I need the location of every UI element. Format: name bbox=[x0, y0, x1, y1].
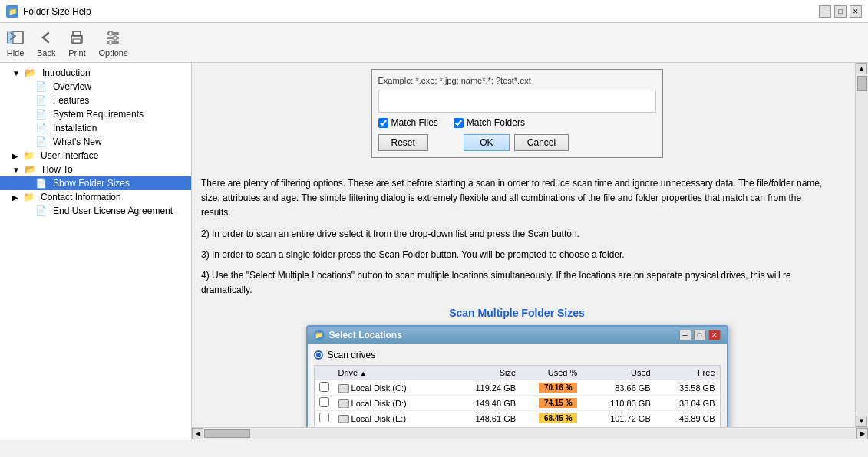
title-bar: 📁 Folder Size Help ─ □ ✕ bbox=[0, 0, 868, 23]
folder-icon: 📁 bbox=[23, 150, 35, 161]
sidebar-item-system-req[interactable]: 📄System Requirements bbox=[0, 107, 191, 121]
drive-free-cell: 46.89 GB bbox=[655, 411, 720, 426]
sidebar-item-introduction[interactable]: ▼📂Introduction bbox=[0, 66, 191, 80]
scroll-thumb[interactable] bbox=[857, 76, 867, 91]
select-locations-dialog: 📁 Select Locations ─ □ ✕ bbox=[306, 325, 728, 427]
scan-drives-label: Scan drives bbox=[328, 350, 376, 360]
dialog-controls[interactable]: ─ □ ✕ bbox=[679, 330, 721, 340]
col-used[interactable]: Used bbox=[582, 366, 655, 380]
horiz-scroll-thumb[interactable] bbox=[204, 429, 250, 438]
sidebar-item-label: End User License Agreement bbox=[53, 205, 173, 216]
drive-used-pct-cell: 74.15 % bbox=[520, 396, 582, 411]
drive-used-cell: 110.83 GB bbox=[582, 396, 655, 411]
sidebar-item-user-interface[interactable]: ▶📁User Interface bbox=[0, 149, 191, 163]
horiz-scroll-track[interactable] bbox=[204, 429, 856, 439]
dialog-icon: 📁 bbox=[314, 330, 325, 340]
content-region: Example: *.exe; *.jpg; name*.*; ?test*.e… bbox=[192, 63, 868, 440]
sidebar-item-whats-new[interactable]: 📄What's New bbox=[0, 135, 191, 149]
drive-icon: ⬜ bbox=[338, 384, 349, 393]
sidebar-item-label: Introduction bbox=[42, 67, 91, 78]
doc-icon: 📄 bbox=[35, 136, 47, 147]
match-files-checkbox[interactable]: Match Files bbox=[378, 117, 438, 128]
options-button[interactable]: Options bbox=[98, 28, 127, 58]
content-text: There are plenty of filtering options. T… bbox=[201, 176, 833, 298]
point4: 4) Use the "Select Multiple Locations" b… bbox=[201, 268, 833, 298]
sidebar-item-eula[interactable]: 📄End User License Agreement bbox=[0, 204, 191, 218]
dialog-body: Scan drives Drive Size Used % bbox=[308, 344, 727, 427]
sidebar-item-label: User Interface bbox=[41, 150, 98, 161]
expand-icon: ▼ bbox=[12, 69, 20, 77]
col-drive[interactable]: Drive bbox=[334, 366, 447, 380]
sidebar-item-label: Features bbox=[53, 95, 89, 106]
content-inner: Example: *.exe; *.jpg; name*.*; ?test*.e… bbox=[192, 63, 842, 427]
expand-icon: ▶ bbox=[12, 193, 18, 202]
sidebar-item-label: How To bbox=[42, 164, 73, 175]
sidebar-item-label: Overview bbox=[53, 81, 91, 92]
scroll-right-button[interactable]: ▶ bbox=[856, 428, 868, 439]
svg-point-8 bbox=[81, 37, 82, 38]
window-title: Folder Size Help bbox=[23, 6, 91, 17]
content-scroll-area: Example: *.exe; *.jpg; name*.*; ?test*.e… bbox=[192, 63, 855, 427]
col-used-pct[interactable]: Used % bbox=[520, 366, 582, 380]
drive-name-cell: ⬜ Local Disk (E:) bbox=[334, 411, 447, 426]
cancel-button[interactable]: Cancel bbox=[514, 134, 569, 151]
svg-point-12 bbox=[109, 31, 113, 35]
table-row: ⬜ Local Disk (E:) 148.61 GB 68.45 % 101.… bbox=[314, 411, 720, 426]
toolbar: Hide Back Print bbox=[0, 23, 868, 63]
match-folders-label: Match Folders bbox=[467, 117, 525, 128]
dialog-close-button[interactable]: ✕ bbox=[708, 330, 721, 340]
sidebar-item-features[interactable]: 📄Features bbox=[0, 94, 191, 107]
col-free[interactable]: Free bbox=[655, 366, 720, 380]
point2: 2) In order to scan an entire drive sele… bbox=[201, 227, 833, 242]
drive-checkbox-cell[interactable] bbox=[314, 411, 334, 426]
drive-name-cell: ⬜ Local Disk (D:) bbox=[334, 396, 447, 411]
horizontal-scrollbar[interactable]: ◀ ▶ bbox=[192, 427, 868, 440]
sidebar-item-overview[interactable]: 📄Overview bbox=[0, 80, 191, 94]
scroll-left-button[interactable]: ◀ bbox=[192, 428, 203, 439]
doc-icon: 📄 bbox=[35, 205, 47, 216]
sidebar-item-show-folder-sizes[interactable]: 📄Show Folder Sizes bbox=[0, 176, 191, 190]
drive-checkbox[interactable] bbox=[319, 397, 329, 407]
window-controls[interactable]: ─ □ ✕ bbox=[819, 5, 862, 18]
col-size[interactable]: Size bbox=[447, 366, 520, 380]
drive-checkbox-cell[interactable] bbox=[314, 396, 334, 411]
close-button[interactable]: ✕ bbox=[850, 5, 862, 18]
doc-icon: 📄 bbox=[35, 109, 47, 120]
match-files-input[interactable] bbox=[378, 118, 388, 128]
match-folders-checkbox[interactable]: Match Folders bbox=[454, 117, 525, 128]
scroll-track[interactable] bbox=[856, 74, 868, 416]
drive-checkbox[interactable] bbox=[319, 413, 329, 422]
scan-heading: Scan Multiple Folder Sizes bbox=[201, 307, 833, 319]
dialog-minimize-button[interactable]: ─ bbox=[679, 330, 691, 340]
drive-icon: ⬜ bbox=[338, 415, 349, 423]
match-folders-input[interactable] bbox=[454, 118, 464, 128]
print-button[interactable]: Print bbox=[68, 28, 86, 58]
drive-checkbox-cell[interactable] bbox=[314, 426, 334, 427]
folder-open-icon: 📂 bbox=[25, 67, 36, 78]
drive-used-cell: 83.66 GB bbox=[582, 380, 655, 396]
drive-checkbox[interactable] bbox=[319, 382, 329, 392]
options-icon bbox=[104, 28, 122, 47]
hide-button[interactable]: Hide bbox=[6, 28, 25, 58]
back-button[interactable]: Back bbox=[37, 28, 55, 58]
sidebar-item-installation[interactable]: 📄Installation bbox=[0, 121, 191, 135]
scroll-down-button[interactable]: ▼ bbox=[856, 416, 867, 427]
maximize-button[interactable]: □ bbox=[834, 5, 847, 18]
ok-button[interactable]: OK bbox=[464, 134, 510, 151]
radio-button[interactable] bbox=[314, 350, 323, 360]
minimize-button[interactable]: ─ bbox=[819, 5, 831, 18]
scroll-up-button[interactable]: ▲ bbox=[856, 63, 867, 74]
point3: 3) In order to scan a single folder pres… bbox=[201, 248, 833, 262]
table-row: ⬜ Local Disk (F:) 1,863.02 GB 61.85 % 1,… bbox=[314, 426, 720, 427]
vertical-scrollbar[interactable]: ▲ ▼ bbox=[855, 63, 868, 427]
dialog-maximize-button[interactable]: □ bbox=[694, 330, 706, 340]
reset-button[interactable]: Reset bbox=[378, 134, 428, 151]
drives-table: Drive Size Used % Used Free ⬜ Local Disk… bbox=[314, 365, 721, 427]
match-files-label: Match Files bbox=[391, 117, 438, 128]
paragraph1: There are plenty of filtering options. T… bbox=[201, 176, 833, 221]
scan-drives-option[interactable]: Scan drives bbox=[314, 350, 721, 360]
sidebar: ▼📂Introduction📄Overview📄Features📄System … bbox=[0, 63, 192, 440]
sidebar-item-how-to[interactable]: ▼📂How To bbox=[0, 163, 191, 176]
drive-checkbox-cell[interactable] bbox=[314, 380, 334, 396]
sidebar-item-contact-info[interactable]: ▶📁Contact Information bbox=[0, 190, 191, 204]
